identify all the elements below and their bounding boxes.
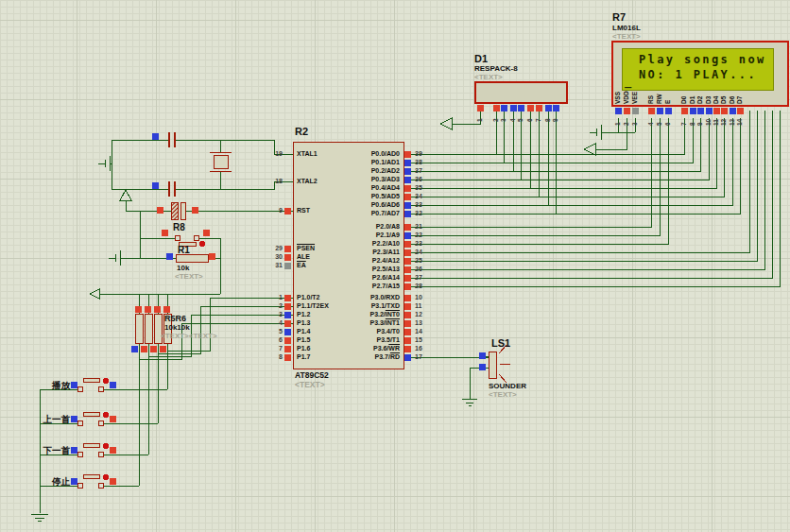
crystal[interactable] bbox=[210, 152, 232, 171]
pullup-text-placeholder: <TEXT><TEXT> bbox=[161, 332, 217, 340]
vcc-arrow-lcd-vdd bbox=[584, 144, 595, 155]
pin-state-square bbox=[284, 346, 291, 352]
sounder-ref-label: LS1 bbox=[491, 337, 510, 349]
pin-state-square bbox=[545, 105, 552, 112]
pin-state-square bbox=[284, 337, 291, 344]
lcd-pin-number: 1 bbox=[614, 122, 622, 126]
pin-state-square bbox=[518, 105, 524, 112]
pin-state-square bbox=[477, 105, 484, 112]
pin-state-square bbox=[615, 108, 622, 114]
pin-name: P0.7/AD7 bbox=[312, 210, 400, 217]
pin-name: P3.6/WR bbox=[312, 345, 400, 352]
pin-number: 22 bbox=[415, 232, 422, 239]
button-2[interactable] bbox=[77, 412, 109, 426]
vcc-arrow-pullups bbox=[90, 289, 99, 299]
pin-state-square bbox=[648, 108, 655, 114]
pin-state-square bbox=[404, 329, 411, 335]
sounder-symbol[interactable] bbox=[489, 345, 510, 383]
button-actuator-dot[interactable] bbox=[103, 378, 109, 384]
pullup-top-state-square bbox=[154, 306, 161, 313]
pullup-bottom-state-square bbox=[141, 346, 147, 352]
reset-capacitor[interactable] bbox=[171, 202, 185, 219]
button-actuator-dot[interactable] bbox=[103, 443, 109, 449]
pin-name: P1.7 bbox=[297, 353, 310, 361]
pin-name: P3.0/RXD bbox=[312, 294, 400, 301]
lcd-pin-number: 10 bbox=[705, 119, 713, 126]
button-4[interactable] bbox=[77, 474, 109, 489]
pin-state-square bbox=[404, 249, 411, 256]
pin-number: 38 bbox=[415, 159, 422, 166]
button-actuator-dot[interactable] bbox=[103, 412, 109, 418]
vcc-arrow-respack bbox=[440, 118, 452, 129]
mcu-ref-label: R2 bbox=[295, 126, 308, 137]
pin-state-square bbox=[404, 160, 411, 166]
pin-state-square bbox=[681, 108, 688, 114]
pin-state-square bbox=[721, 108, 728, 114]
pin-name: EA bbox=[297, 262, 306, 269]
pin-state-square bbox=[404, 283, 411, 290]
lcd-pin-label: E bbox=[664, 100, 672, 104]
pin-number: 29 bbox=[262, 245, 283, 252]
pin-state-square bbox=[536, 105, 542, 112]
pin-state-square bbox=[404, 275, 411, 282]
lcd-pin-label: VEE bbox=[631, 92, 639, 104]
pin-state-square bbox=[404, 266, 411, 273]
pin-number: 3 bbox=[262, 311, 283, 318]
pin-state-square bbox=[404, 320, 411, 327]
sounder-pin-state-square bbox=[479, 352, 486, 359]
lcd-pin-label: RW bbox=[656, 94, 663, 104]
button-actuator-dot[interactable] bbox=[103, 474, 109, 480]
pullup-values-label: 10k10k bbox=[164, 323, 190, 332]
pin-number: 23 bbox=[415, 240, 422, 248]
pin-name: P1.4 bbox=[297, 328, 310, 335]
pin-name: P3.7/RD bbox=[312, 353, 400, 361]
r8-state-square bbox=[203, 230, 210, 236]
button-3[interactable] bbox=[77, 443, 109, 457]
capacitor-2[interactable] bbox=[169, 181, 175, 197]
pin-number: 11 bbox=[415, 302, 421, 310]
pin-state-square bbox=[284, 303, 291, 310]
pin-name: P3.3/INT1 bbox=[312, 319, 400, 327]
pin-name: P0.6/AD6 bbox=[312, 201, 400, 209]
lcd-pin-label: D6 bbox=[729, 96, 736, 104]
pin-state-square bbox=[404, 337, 411, 344]
pin-number: 7 bbox=[262, 345, 283, 352]
pin-state-square bbox=[284, 354, 291, 361]
pin-name: P2.4/A12 bbox=[312, 257, 400, 265]
pin-state-square bbox=[404, 185, 411, 192]
button-right-state-square bbox=[110, 478, 116, 485]
pin-state-square bbox=[404, 295, 411, 301]
lcd-ref-label: R7 bbox=[612, 11, 626, 23]
resistor-r1[interactable] bbox=[176, 254, 208, 262]
pin-name: P3.5/T1 bbox=[312, 336, 400, 344]
button-actuator-dot[interactable] bbox=[199, 241, 205, 247]
pin-number: 16 bbox=[415, 345, 422, 352]
pin-name: P3.4/T0 bbox=[312, 328, 400, 335]
pin-number: 31 bbox=[262, 262, 283, 269]
r8-state-square bbox=[162, 230, 168, 236]
pin-number: 6 bbox=[262, 336, 283, 344]
ground-symbol-sounder bbox=[462, 399, 477, 405]
respack-body[interactable] bbox=[475, 82, 567, 103]
pin-number: 33 bbox=[415, 201, 422, 209]
reset-state-square bbox=[157, 207, 163, 214]
pin-state-square bbox=[404, 177, 411, 183]
button-left-state-square bbox=[71, 478, 77, 485]
sounder-text-placeholder: <TEXT> bbox=[489, 390, 517, 399]
pin-name: P1.5 bbox=[297, 336, 310, 344]
capacitor-1[interactable] bbox=[169, 132, 175, 147]
respack-part-label: RESPACK-8 bbox=[474, 64, 518, 73]
pin-state-square bbox=[404, 224, 411, 231]
lcd-cursor: _ bbox=[625, 75, 634, 88]
lcd-pin-number: 8 bbox=[689, 122, 696, 126]
pin-number: 19 bbox=[262, 150, 283, 158]
button-1[interactable] bbox=[77, 378, 109, 392]
pin-name: P3.1/TXD bbox=[312, 302, 400, 310]
lcd-pin-number: 7 bbox=[680, 122, 688, 126]
pin-number: 27 bbox=[415, 274, 422, 282]
button-right-state-square bbox=[110, 416, 116, 422]
lcd-pin-label: D2 bbox=[696, 96, 704, 104]
lcd-pin-label: D3 bbox=[705, 96, 713, 104]
pullup-top-state-square bbox=[145, 306, 151, 313]
pin-state-square bbox=[404, 303, 411, 310]
